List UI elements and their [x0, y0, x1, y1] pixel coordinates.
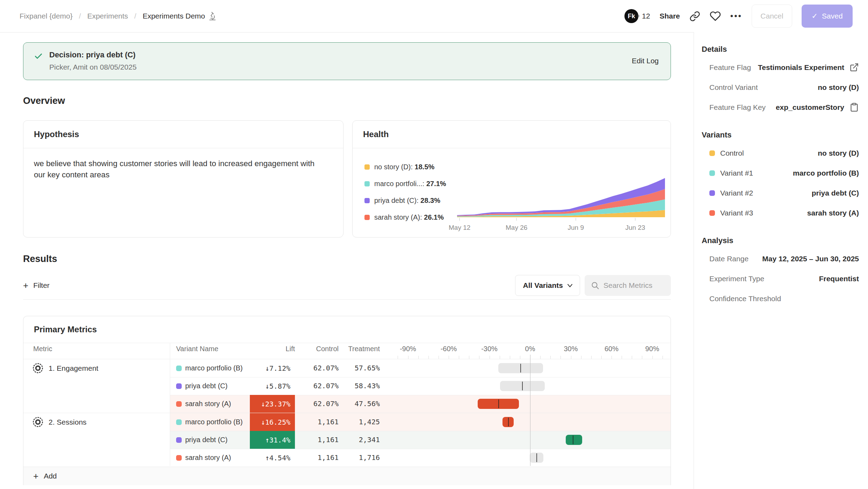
health-area-chart: May 12May 26Jun 9Jun 23 [456, 172, 666, 235]
row-separator [170, 395, 671, 395]
variant-name: marco portfolio (B) [185, 413, 243, 431]
health-card: Health no story (D): 18.5%marco portfoli… [352, 120, 671, 238]
metric-variant-row[interactable]: priya debt (C) ↑31.4% 1,161 2,341 [23, 431, 671, 449]
add-metric-button[interactable]: + Add [23, 467, 671, 485]
axis-label: 60% [591, 345, 632, 353]
copy-icon[interactable] [849, 102, 859, 112]
search-metrics-input[interactable] [603, 281, 663, 290]
decision-check-icon [34, 52, 43, 61]
variant-name: priya debt (C) [185, 377, 227, 395]
variant-color-chip [176, 383, 182, 389]
lift-mean-tick [520, 364, 521, 373]
metric-group: 1. Engagement marco portfolio (B) ↓7.12%… [23, 359, 671, 413]
metric-variant-row[interactable]: priya debt (C) ↓5.87% 62.07% 58.43% [23, 377, 671, 395]
primary-metrics-title: Primary Metrics [23, 316, 671, 343]
lift-mean-tick [508, 418, 509, 426]
breadcrumb-item-2[interactable]: Experiments [87, 12, 128, 20]
share-button[interactable]: Share [659, 12, 680, 20]
axis-tick [652, 356, 653, 359]
favorite-heart-icon[interactable] [710, 10, 721, 22]
metric-variant-row[interactable]: sarah story (A) ↑4.54% 1,161 1,716 [23, 449, 671, 467]
lift-value: ↑4.54% [250, 449, 295, 467]
lift-value: ↓5.87% [250, 377, 295, 395]
search-metrics-box[interactable] [585, 275, 671, 296]
axis-tick [612, 356, 612, 359]
edit-log-button[interactable]: Edit Log [632, 57, 659, 65]
row-separator [170, 431, 671, 431]
variant-name: sarah story (A) [185, 449, 231, 467]
sidebar-row: Feature Flag Key exp_customerStory [702, 97, 859, 117]
axis-tick [398, 356, 398, 359]
section-title: Analysis [702, 233, 859, 249]
row-tint [170, 395, 671, 413]
row-label: Control Variant [709, 83, 758, 92]
legend-label: priya debt (C): 28.3% [374, 197, 440, 205]
axis-tick [632, 356, 632, 359]
lift-mean-tick [573, 435, 573, 444]
control-value: 1,161 [299, 413, 339, 431]
breadcrumb-separator: / [79, 12, 81, 20]
treatment-value: 1,425 [338, 413, 380, 431]
row-label: Variant #1 [709, 169, 753, 177]
more-options-icon[interactable]: ••• [730, 11, 742, 21]
variant-color-chip [176, 419, 182, 425]
decision-title: Decision: priya debt (C) [49, 50, 137, 59]
cancel-button[interactable]: Cancel [752, 5, 792, 28]
variant-name: sarah story (A) [185, 395, 231, 413]
variant-color-chip [176, 401, 182, 407]
sidebar-row: Variant #2 priya debt (C) [702, 183, 859, 203]
lift-value: ↑31.4% [250, 431, 295, 449]
axis-tick [500, 356, 500, 359]
axis-tick [560, 356, 561, 359]
row-value: sarah story (A) [807, 209, 859, 217]
sidebar-row: Control no story (D) [702, 143, 859, 163]
microscope-emoji [209, 12, 216, 21]
details-sidebar: Details Feature Flag Testimonials Experi… [694, 32, 868, 489]
legend-color-chip [364, 198, 370, 203]
decision-banner: Decision: priya debt (C) Picker, Amit on… [23, 42, 671, 80]
sidebar-row: Confidence Threshold [702, 289, 859, 309]
variants-dropdown[interactable]: All Variants [515, 275, 580, 296]
legend-label: no story (D): 18.5% [374, 163, 434, 171]
variant-name: priya debt (C) [185, 431, 227, 449]
saved-button[interactable]: ✓ Saved [802, 5, 853, 28]
avatar-overflow-count[interactable]: + 12 [636, 12, 650, 20]
health-legend-item: marco portfoli...: 27.1% [364, 175, 446, 192]
add-filter-button[interactable]: + Filter [23, 281, 50, 290]
health-legend-item: priya debt (C): 28.3% [364, 192, 446, 209]
metric-variant-row[interactable]: sarah story (A) ↓23.37% 62.07% 47.56% [23, 395, 671, 413]
metric-variant-row[interactable]: marco portfolio (B) ↓7.12% 62.07% 57.65% [23, 359, 671, 377]
primary-metrics-card: Primary Metrics MetricVariant NameLiftCo… [23, 316, 671, 485]
axis-tick [469, 356, 469, 359]
treatment-value: 58.43% [338, 377, 380, 395]
x-axis-tick-label: Jun 9 [568, 224, 584, 231]
top-bar: Fixpanel {demo}/Experiments/Experiments … [0, 0, 868, 32]
lift-mean-tick [498, 399, 499, 408]
row-label: Feature Flag [709, 63, 751, 72]
axis-label: 30% [550, 345, 592, 353]
axis-tick [510, 356, 510, 359]
axis-label: -60% [428, 345, 470, 353]
column-header: Treatment [303, 345, 380, 353]
axis-tick [540, 356, 541, 359]
row-value: May 12, 2025 – Jun 30, 2025 [762, 255, 859, 263]
external-link-icon[interactable] [849, 63, 859, 72]
health-title: Health [353, 121, 671, 148]
table-header-row: MetricVariant NameLiftControlTreatment-9… [23, 343, 671, 359]
row-tint [170, 413, 671, 431]
row-separator [170, 377, 671, 377]
zero-percent-line [530, 355, 530, 466]
axis-tick [439, 356, 439, 359]
axis-tick [550, 356, 551, 359]
axis-label: 90% [631, 345, 671, 353]
axis-tick [622, 356, 622, 359]
row-label: Feature Flag Key [709, 103, 766, 112]
metric-variant-row[interactable]: marco portfolio (B) ↓16.25% 1,161 1,425 [23, 413, 671, 431]
breadcrumb-item-1[interactable]: Fixpanel {demo} [20, 12, 73, 20]
x-axis-tick-label: Jun 23 [625, 224, 645, 231]
section-title: Variants [702, 127, 859, 143]
control-value: 62.07% [299, 359, 339, 377]
row-value: exp_customerStory [776, 103, 844, 112]
link-icon[interactable] [689, 11, 700, 22]
hypothesis-body: we believe that showing customer stories… [23, 148, 338, 190]
